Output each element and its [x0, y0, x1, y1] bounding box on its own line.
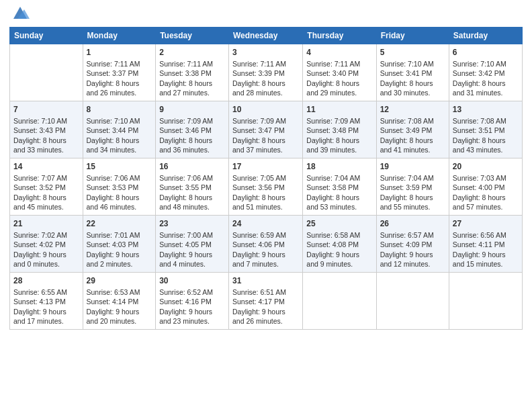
header-day: Friday [376, 28, 449, 44]
cell-content: Sunrise: 7:06 AMSunset: 3:53 PMDaylight:… [87, 173, 152, 212]
calendar-cell: 17Sunrise: 7:05 AMSunset: 3:56 PMDayligh… [229, 158, 303, 216]
calendar-table: SundayMondayTuesdayWednesdayThursdayFrid… [9, 27, 523, 330]
cell-content: Sunrise: 6:59 AMSunset: 4:06 PMDaylight:… [232, 230, 299, 269]
calendar-cell: 4Sunrise: 7:11 AMSunset: 3:40 PMDaylight… [303, 44, 376, 101]
day-number: 22 [87, 218, 152, 229]
calendar-cell: 28Sunrise: 6:55 AMSunset: 4:13 PMDayligh… [10, 273, 83, 330]
day-number: 12 [380, 104, 445, 115]
day-number: 5 [380, 47, 445, 58]
day-number: 1 [87, 47, 152, 58]
day-number: 26 [380, 218, 445, 229]
cell-content: Sunrise: 7:10 AMSunset: 3:44 PMDaylight:… [87, 116, 152, 154]
cell-content: Sunrise: 7:07 AMSunset: 3:52 PMDaylight:… [13, 173, 79, 212]
calendar-week: 21Sunrise: 7:02 AMSunset: 4:02 PMDayligh… [10, 216, 523, 273]
calendar-cell: 29Sunrise: 6:53 AMSunset: 4:14 PMDayligh… [83, 273, 156, 330]
cell-content: Sunrise: 7:10 AMSunset: 3:41 PMDaylight:… [380, 59, 445, 97]
cell-content: Sunrise: 6:52 AMSunset: 4:16 PMDaylight:… [159, 287, 225, 326]
day-number: 17 [232, 161, 299, 172]
day-number: 23 [159, 218, 225, 229]
cell-content: Sunrise: 7:10 AMSunset: 3:43 PMDaylight:… [13, 116, 79, 154]
cell-content: Sunrise: 6:58 AMSunset: 4:08 PMDaylight:… [306, 230, 372, 269]
day-number: 28 [13, 275, 79, 286]
cell-content: Sunrise: 7:08 AMSunset: 3:49 PMDaylight:… [380, 116, 445, 154]
day-number: 9 [159, 104, 225, 115]
day-number: 16 [159, 161, 225, 172]
calendar-cell: 21Sunrise: 7:02 AMSunset: 4:02 PMDayligh… [10, 216, 83, 273]
calendar-cell: 19Sunrise: 7:04 AMSunset: 3:59 PMDayligh… [376, 158, 449, 216]
day-number: 8 [87, 104, 152, 115]
calendar-cell: 22Sunrise: 7:01 AMSunset: 4:03 PMDayligh… [83, 216, 156, 273]
calendar-cell: 25Sunrise: 6:58 AMSunset: 4:08 PMDayligh… [303, 216, 376, 273]
cell-content: Sunrise: 7:05 AMSunset: 3:56 PMDaylight:… [232, 173, 299, 212]
calendar-cell: 13Sunrise: 7:08 AMSunset: 3:51 PMDayligh… [449, 101, 522, 158]
calendar-cell: 3Sunrise: 7:11 AMSunset: 3:39 PMDaylight… [229, 44, 303, 101]
calendar-cell: 24Sunrise: 6:59 AMSunset: 4:06 PMDayligh… [229, 216, 303, 273]
header-day: Thursday [303, 28, 376, 44]
calendar-cell: 20Sunrise: 7:03 AMSunset: 4:00 PMDayligh… [449, 158, 522, 216]
calendar-cell: 26Sunrise: 6:57 AMSunset: 4:09 PMDayligh… [376, 216, 449, 273]
header-day: Saturday [449, 28, 522, 44]
calendar-cell [303, 273, 376, 330]
calendar-cell: 14Sunrise: 7:07 AMSunset: 3:52 PMDayligh… [10, 158, 83, 216]
day-number: 7 [13, 104, 79, 115]
cell-content: Sunrise: 7:11 AMSunset: 3:38 PMDaylight:… [159, 59, 225, 97]
cell-content: Sunrise: 7:01 AMSunset: 4:03 PMDaylight:… [87, 230, 152, 269]
cell-content: Sunrise: 7:11 AMSunset: 3:40 PMDaylight:… [306, 59, 372, 97]
day-number: 3 [232, 47, 299, 58]
day-number: 10 [232, 104, 299, 115]
cell-content: Sunrise: 7:08 AMSunset: 3:51 PMDaylight:… [453, 116, 519, 154]
day-number: 30 [159, 275, 225, 286]
calendar-cell: 16Sunrise: 7:06 AMSunset: 3:55 PMDayligh… [156, 158, 229, 216]
header-day: Wednesday [229, 28, 303, 44]
calendar-cell: 27Sunrise: 6:56 AMSunset: 4:11 PMDayligh… [449, 216, 522, 273]
cell-content: Sunrise: 6:57 AMSunset: 4:09 PMDaylight:… [380, 230, 445, 269]
calendar-week: 7Sunrise: 7:10 AMSunset: 3:43 PMDaylight… [10, 101, 523, 158]
cell-content: Sunrise: 6:55 AMSunset: 4:13 PMDaylight:… [13, 287, 79, 326]
cell-content: Sunrise: 7:03 AMSunset: 4:00 PMDaylight:… [453, 173, 519, 212]
logo-icon [11, 4, 30, 23]
day-number: 27 [453, 218, 519, 229]
cell-content: Sunrise: 7:09 AMSunset: 3:48 PMDaylight:… [306, 116, 372, 154]
day-number: 31 [232, 275, 299, 286]
cell-content: Sunrise: 7:06 AMSunset: 3:55 PMDaylight:… [159, 173, 225, 212]
cell-content: Sunrise: 7:04 AMSunset: 3:59 PMDaylight:… [380, 173, 445, 212]
calendar-cell: 2Sunrise: 7:11 AMSunset: 3:38 PMDaylight… [156, 44, 229, 101]
day-number: 14 [13, 161, 79, 172]
calendar-page: SundayMondayTuesdayWednesdayThursdayFrid… [0, 0, 532, 411]
calendar-cell [10, 44, 83, 101]
day-number: 2 [159, 47, 225, 58]
calendar-cell: 9Sunrise: 7:09 AMSunset: 3:46 PMDaylight… [156, 101, 229, 158]
calendar-cell: 7Sunrise: 7:10 AMSunset: 3:43 PMDaylight… [10, 101, 83, 158]
cell-content: Sunrise: 6:53 AMSunset: 4:14 PMDaylight:… [87, 287, 152, 326]
day-number: 25 [306, 218, 372, 229]
calendar-week: 1Sunrise: 7:11 AMSunset: 3:37 PMDaylight… [10, 44, 523, 101]
day-number: 15 [87, 161, 152, 172]
calendar-week: 14Sunrise: 7:07 AMSunset: 3:52 PMDayligh… [10, 158, 523, 216]
calendar-cell: 1Sunrise: 7:11 AMSunset: 3:37 PMDaylight… [83, 44, 156, 101]
header [9, 7, 523, 23]
cell-content: Sunrise: 7:11 AMSunset: 3:39 PMDaylight:… [232, 59, 299, 97]
calendar-cell: 5Sunrise: 7:10 AMSunset: 3:41 PMDaylight… [376, 44, 449, 101]
calendar-cell: 23Sunrise: 7:00 AMSunset: 4:05 PMDayligh… [156, 216, 229, 273]
logo [9, 9, 30, 23]
calendar-cell [449, 273, 522, 330]
header-day: Tuesday [156, 28, 229, 44]
calendar-cell: 18Sunrise: 7:04 AMSunset: 3:58 PMDayligh… [303, 158, 376, 216]
calendar-cell: 8Sunrise: 7:10 AMSunset: 3:44 PMDaylight… [83, 101, 156, 158]
cell-content: Sunrise: 7:11 AMSunset: 3:37 PMDaylight:… [87, 59, 152, 97]
header-day: Sunday [10, 28, 83, 44]
calendar-cell [376, 273, 449, 330]
cell-content: Sunrise: 6:56 AMSunset: 4:11 PMDaylight:… [453, 230, 519, 269]
calendar-cell: 12Sunrise: 7:08 AMSunset: 3:49 PMDayligh… [376, 101, 449, 158]
cell-content: Sunrise: 7:04 AMSunset: 3:58 PMDaylight:… [306, 173, 372, 212]
calendar-cell: 6Sunrise: 7:10 AMSunset: 3:42 PMDaylight… [449, 44, 522, 101]
calendar-cell: 10Sunrise: 7:09 AMSunset: 3:47 PMDayligh… [229, 101, 303, 158]
calendar-cell: 15Sunrise: 7:06 AMSunset: 3:53 PMDayligh… [83, 158, 156, 216]
calendar-cell: 11Sunrise: 7:09 AMSunset: 3:48 PMDayligh… [303, 101, 376, 158]
day-number: 18 [306, 161, 372, 172]
day-number: 13 [453, 104, 519, 115]
day-number: 29 [87, 275, 152, 286]
cell-content: Sunrise: 7:10 AMSunset: 3:42 PMDaylight:… [453, 59, 519, 97]
day-number: 4 [306, 47, 372, 58]
header-day: Monday [83, 28, 156, 44]
